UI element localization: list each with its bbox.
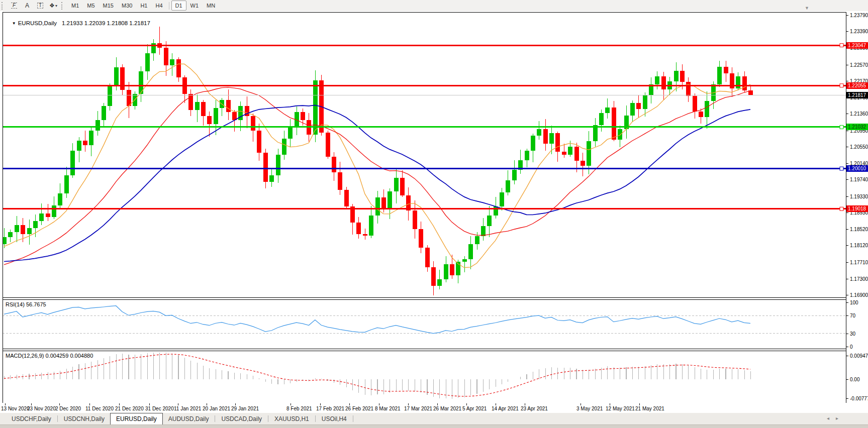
tab-usdcad-daily[interactable]: USDCAD,Daily <box>216 413 267 424</box>
date-tick <box>149 403 150 405</box>
rsi-splitter-bottom[interactable] <box>3 299 868 300</box>
candle-body <box>326 133 330 157</box>
timeframe-button-m5[interactable]: M5 <box>83 1 99 11</box>
fibonacci-icon[interactable]: F <box>8 1 21 10</box>
candle-body <box>114 67 119 85</box>
rsi-splitter-top[interactable] <box>3 297 868 298</box>
timeframe-button-m30[interactable]: M30 <box>118 1 136 11</box>
axis-tick <box>846 163 848 164</box>
line-handle[interactable] <box>840 125 843 129</box>
rsi-axis-label: 100 <box>850 300 858 305</box>
text-tool-glyph: T <box>37 3 43 9</box>
arrows-tool-icon[interactable]: ❖ ▾ <box>47 1 60 10</box>
ohlc-quote: 1.21933 1.22039 1.21808 1.21817 <box>62 20 150 26</box>
date-axis[interactable]: 13 Nov 202023 Nov 20202 Dec 202011 Dec 2… <box>0 403 868 413</box>
axis-tick <box>846 114 848 114</box>
text-tool-icon[interactable]: T <box>34 1 47 10</box>
axis-tick <box>846 302 848 303</box>
date-tick <box>178 403 178 405</box>
date-axis-label: 8 Feb 2021 <box>286 406 312 411</box>
candle-body <box>500 192 504 206</box>
rsi-indicator-panel[interactable]: RSI(14) 56.7675 <box>3 299 846 349</box>
date-axis-label: 20 Jan 2021 <box>203 406 230 411</box>
axis-tick <box>846 81 848 81</box>
candle-body <box>717 67 722 85</box>
candle-body <box>475 236 479 244</box>
timeframe-button-m1[interactable]: M1 <box>67 1 83 11</box>
price-axis-label: 1.17710 <box>850 260 868 265</box>
timeframe-button-w1[interactable]: W1 <box>186 1 203 11</box>
tab-scroll-left-icon[interactable]: ◂ <box>827 415 829 421</box>
tab-eurusd-daily[interactable]: EURUSD,Daily <box>110 413 163 424</box>
date-tick <box>466 403 467 405</box>
macd-histogram <box>5 353 751 399</box>
line-handle[interactable] <box>840 207 843 210</box>
price-chart-panel[interactable]: ▼EURUSD,Daily1.21933 1.22039 1.21808 1.2… <box>3 12 846 297</box>
line-handle[interactable] <box>840 167 843 170</box>
macd-splitter-bottom[interactable] <box>3 351 868 351</box>
candle-body <box>269 175 274 182</box>
tab-usdcnh-daily[interactable]: USDCNH,Daily <box>58 413 110 424</box>
candle-body <box>661 76 666 89</box>
tab-divider <box>268 415 268 422</box>
candle-body <box>39 213 44 221</box>
date-axis-label: 3 May 2021 <box>576 406 603 411</box>
collapse-triangle-icon[interactable]: ▼ <box>12 21 16 26</box>
candle-body <box>425 248 430 267</box>
price-line-label: 1.21032 <box>846 124 868 130</box>
candle-body <box>102 106 106 120</box>
date-tick <box>610 403 610 405</box>
rsi-axis-label: 30 <box>850 331 855 337</box>
date-tick <box>437 403 438 405</box>
tab-divider <box>353 415 353 422</box>
timeframe-button-d1[interactable]: D1 <box>171 1 186 11</box>
candle-body <box>705 101 709 117</box>
chart-shift-marker-icon[interactable]: ▼ <box>805 6 809 11</box>
candle-body <box>574 147 579 161</box>
rsi-axis-label: 0 <box>850 344 853 350</box>
axis-tick <box>846 262 848 263</box>
chevron-down-icon[interactable]: ▾ <box>55 4 57 8</box>
tab-usdchf-daily[interactable]: USDCHF,Daily <box>6 413 57 424</box>
line-handle[interactable] <box>840 44 843 47</box>
candle-body <box>332 157 336 172</box>
date-axis-label: 11 Dec 2020 <box>85 406 114 411</box>
ma-line-8[interactable] <box>4 64 750 267</box>
candle-body <box>188 94 193 110</box>
ma-line-34[interactable] <box>4 105 750 261</box>
date-axis-label: 29 Jan 2021 <box>231 406 259 411</box>
toolbar-grip[interactable] <box>2 2 5 10</box>
macd-indicator-panel[interactable]: MACD(12,26,9) 0.004259 0.004880 <box>3 351 846 403</box>
tab-scroll-right-icon[interactable]: ▸ <box>836 415 838 421</box>
axis-tick <box>846 65 848 65</box>
axis-tick <box>846 212 848 213</box>
text-label-icon[interactable]: A <box>21 1 34 10</box>
symbol-title: EURUSD,Daily <box>18 20 57 26</box>
timeframe-button-mn[interactable]: MN <box>203 1 219 11</box>
line-handle[interactable] <box>840 84 843 87</box>
macd-splitter-top[interactable] <box>3 349 868 349</box>
date-axis-label: 23 Nov 2020 <box>27 406 56 411</box>
price-axis[interactable]: 1.237901.233901.229801.225701.221701.217… <box>846 12 868 403</box>
candle-body <box>170 59 174 65</box>
tab-audusd-daily[interactable]: AUDUSD,Daily <box>163 413 215 424</box>
candle-body <box>369 216 373 236</box>
date-axis-label: 31 Dec 2020 <box>145 406 174 411</box>
timeframe-button-h1[interactable]: H1 <box>136 1 151 11</box>
toolbar-grip-2[interactable] <box>61 2 64 10</box>
axis-tick <box>846 245 848 246</box>
macd-axis-label: -0.007778 <box>850 396 868 401</box>
candle-body <box>525 151 529 160</box>
arrows-glyph: ❖ <box>49 3 55 9</box>
candle-body <box>201 102 206 116</box>
timeframe-button-h4[interactable]: H4 <box>151 1 166 11</box>
date-tick <box>119 403 120 405</box>
tab-xauusd-h1[interactable]: XAUUSD,H1 <box>269 413 315 424</box>
timeframe-button-m15[interactable]: M15 <box>99 1 118 11</box>
candle-body <box>686 82 691 96</box>
date-axis-label: 21 May 2021 <box>635 406 664 411</box>
candle-body <box>226 100 231 112</box>
tab-usoil-h4[interactable]: USOil,H4 <box>316 413 352 424</box>
price-line-label: 1.22055 <box>846 82 868 89</box>
candle-body <box>494 206 498 216</box>
